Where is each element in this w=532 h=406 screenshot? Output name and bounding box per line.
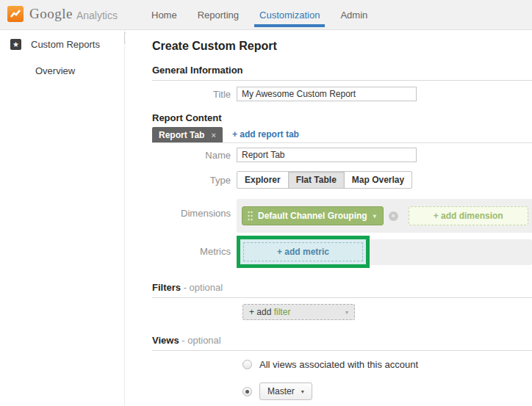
type-label: Type (152, 171, 237, 186)
views-option-master-row: Master ▾ (242, 383, 532, 400)
view-caret-down-icon: ▾ (301, 388, 304, 395)
filter-caret-down-icon: ▾ (345, 309, 348, 316)
sidebar-custom-reports-label: Custom Reports (31, 39, 100, 50)
metric-highlight-annotation: + add metric (237, 236, 370, 268)
view-select-value: Master (267, 386, 295, 396)
title-row: Title (152, 87, 532, 101)
radio-all-views[interactable] (242, 360, 252, 369)
all-views-label: All views associated with this account (259, 359, 418, 370)
views-optional-label: - optional (179, 335, 221, 346)
view-select-dropdown[interactable]: Master ▾ (259, 383, 312, 400)
nav-tab-admin[interactable]: Admin (330, 0, 378, 30)
sidebar-item-custom-reports[interactable]: ★ Custom Reports (0, 30, 124, 50)
page-title: Create Custom Report (152, 40, 532, 53)
filters-optional-label: - optional (181, 282, 223, 293)
sidebar: ★ Custom Reports Overview (0, 30, 125, 406)
logo-product-text: Analytics (76, 7, 118, 21)
filters-heading-label: Filters (152, 282, 181, 293)
logo-brand-text: Google (29, 6, 73, 22)
dimension-pill-default-channel-grouping[interactable]: Default Channel Grouping ▾ (242, 206, 384, 225)
add-filter-button-label: + add filter (249, 307, 290, 317)
google-analytics-logo[interactable]: Google Analytics (7, 6, 118, 22)
metrics-row: Metrics + add metric (152, 236, 532, 269)
type-row: Type Explorer Flat Table Map Overlay (152, 171, 532, 189)
report-tab-bar: Report Tab × + add report tab (152, 128, 532, 143)
views-heading-label: Views (152, 335, 179, 346)
add-dimension-button[interactable]: + add dimension (409, 206, 528, 225)
top-bar: Google Analytics Home Reporting Customiz… (0, 0, 532, 30)
add-filter-target: filter (274, 307, 291, 317)
type-segmented-control: Explorer Flat Table Map Overlay (237, 171, 412, 189)
name-row: Name (152, 148, 532, 162)
name-input[interactable] (237, 148, 417, 162)
add-filter-button[interactable]: + add filter ▾ (242, 304, 355, 320)
dimensions-container: Default Channel Grouping ▾ × + add dimen… (237, 199, 532, 233)
title-input[interactable] (237, 87, 417, 101)
remove-dimension-icon[interactable]: × (389, 211, 398, 221)
report-tab-close-icon[interactable]: × (211, 131, 215, 139)
type-option-map-overlay[interactable]: Map Overlay (344, 171, 412, 189)
nav-tab-home[interactable]: Home (141, 0, 187, 30)
chevron-down-icon: ▾ (373, 213, 376, 220)
google-analytics-app: Google Analytics Home Reporting Customiz… (0, 0, 532, 406)
dimensions-label: Dimensions (152, 199, 237, 219)
add-metric-button[interactable]: + add metric (243, 242, 363, 261)
filters-heading: Filters - optional (152, 282, 532, 298)
add-report-tab-link[interactable]: + add report tab (232, 127, 299, 142)
sidebar-item-overview[interactable]: Overview (35, 65, 124, 76)
dimensions-row: Dimensions Default Channel Grouping (152, 199, 532, 233)
add-filter-prefix: + add (249, 307, 274, 317)
views-option-all-row: All views associated with this account (242, 359, 532, 370)
radio-selected-view[interactable] (242, 387, 252, 396)
general-information-heading: General Information (152, 65, 532, 81)
drag-handle-icon[interactable] (248, 211, 253, 221)
metrics-label: Metrics (152, 236, 237, 257)
main-nav: Home Reporting Customization Admin (141, 0, 378, 30)
type-option-flat-table[interactable]: Flat Table (288, 171, 345, 189)
report-content-heading: Report Content (152, 112, 532, 123)
main-content: Create Custom Report General Information… (126, 30, 532, 406)
name-label: Name (152, 148, 237, 161)
report-tab-chip[interactable]: Report Tab × (152, 127, 223, 142)
type-option-explorer[interactable]: Explorer (237, 171, 289, 189)
nav-tab-customization[interactable]: Customization (249, 0, 330, 30)
dimension-pill-label: Default Channel Grouping (258, 211, 367, 221)
views-heading: Views - optional (152, 335, 532, 351)
title-label: Title (152, 87, 237, 100)
analytics-logo-icon (7, 6, 24, 22)
custom-reports-star-icon: ★ (10, 39, 21, 50)
metrics-container: + add metric (237, 236, 532, 269)
report-tab-chip-label: Report Tab (159, 130, 204, 140)
nav-tab-reporting[interactable]: Reporting (187, 0, 249, 30)
